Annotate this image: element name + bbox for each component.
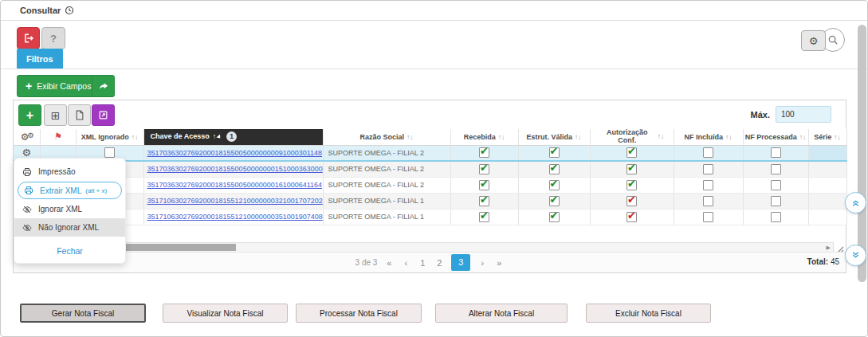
estrut-valida-cell[interactable] [518, 161, 590, 177]
recebida-checkbox[interactable] [479, 212, 489, 222]
scroll-to-bottom-button[interactable] [845, 245, 866, 266]
recebida-cell[interactable] [450, 209, 518, 225]
nf-incluida-checkbox[interactable] [703, 212, 713, 222]
menu-item-ignorar-xml[interactable]: Ignorar XML [14, 200, 125, 218]
recebida-checkbox[interactable] [479, 147, 489, 158]
table-row[interactable]: ⚙ 35171063027692000181551210000000321001… [14, 193, 846, 209]
column-header-legend[interactable]: ⚑ [40, 129, 76, 145]
column-header-settings[interactable]: ⚙⚙ [14, 129, 40, 145]
recebida-checkbox[interactable] [479, 164, 489, 174]
estrut-valida-checkbox[interactable] [549, 147, 560, 158]
scroll-to-top-button[interactable] [845, 192, 866, 214]
nf-processada-cell[interactable] [743, 193, 808, 209]
estrut-valida-cell[interactable] [518, 193, 590, 209]
exibir-campos-button[interactable]: + Exibir Campos [17, 75, 100, 97]
column-header-razao-social[interactable]: Razão Social↑↓ [323, 129, 450, 145]
columns-button[interactable]: ⊞ [44, 104, 67, 126]
scroll-right-icon[interactable]: ▶ [827, 245, 831, 250]
table-row[interactable]: ⚙ 35170363027692000181550050000000091000… [14, 145, 846, 161]
estrut-valida-checkbox[interactable] [549, 180, 560, 190]
nf-processada-checkbox[interactable] [771, 164, 781, 174]
first-page-button[interactable]: « [384, 258, 394, 268]
recebida-cell[interactable] [450, 177, 518, 193]
visualizar-nota-fiscal-button[interactable]: Visualizar Nota Fiscal [163, 304, 288, 323]
help-button[interactable]: ? [41, 27, 65, 49]
next-page-button[interactable]: › [477, 258, 487, 268]
autorizacao-conf-cell[interactable] [590, 145, 674, 161]
chave-de-acesso-link[interactable]: 3517036302769200018155005000000015100036… [147, 165, 323, 173]
chave-de-acesso-link[interactable]: 3517036302769200018155005000000009100030… [147, 149, 323, 157]
nf-incluida-cell[interactable] [674, 177, 743, 193]
autorizacao-conf-checkbox[interactable] [626, 164, 637, 174]
autorizacao-conf-checkbox[interactable] [626, 147, 637, 158]
estrut-valida-cell[interactable] [518, 145, 590, 161]
menu-item-impressao[interactable]: Impressão [14, 163, 125, 181]
page-button-1[interactable]: 1 [418, 258, 427, 268]
nf-incluida-checkbox[interactable] [703, 196, 713, 206]
page-button-3-current[interactable]: 3 [451, 254, 470, 271]
autorizacao-conf-cell[interactable] [590, 161, 674, 177]
nf-processada-checkbox[interactable] [771, 180, 781, 190]
nf-processada-cell[interactable] [743, 177, 808, 193]
autorizacao-conf-checkbox[interactable] [626, 212, 637, 222]
page-button-2[interactable]: 2 [434, 258, 444, 268]
nf-processada-checkbox[interactable] [771, 147, 781, 158]
nf-incluida-cell[interactable] [674, 145, 743, 161]
column-header-autorizacao-conf[interactable]: Autorização Conf.↑↓ [590, 129, 674, 145]
chave-de-acesso-link[interactable]: 3517106302769200018155121000000032100170… [147, 197, 323, 205]
column-header-nf-incluida[interactable]: NF Incluída↑↓ [674, 129, 743, 145]
nf-incluida-checkbox[interactable] [703, 147, 713, 158]
tab-filtros[interactable]: Filtros [17, 49, 63, 69]
prev-page-button[interactable]: ‹ [401, 258, 410, 268]
column-header-nf-processada[interactable]: NF Processada↑↓ [743, 129, 808, 145]
nf-processada-checkbox[interactable] [771, 212, 781, 222]
estrut-valida-cell[interactable] [518, 209, 590, 225]
max-input[interactable] [776, 106, 831, 123]
export-document-button[interactable] [68, 104, 91, 126]
recebida-checkbox[interactable] [479, 196, 489, 206]
nf-processada-cell[interactable] [743, 209, 808, 225]
recebida-checkbox[interactable] [479, 180, 489, 190]
vertical-scrollbar[interactable] [858, 25, 866, 282]
share-button[interactable] [92, 75, 115, 97]
nf-incluida-cell[interactable] [674, 161, 743, 177]
autorizacao-conf-cell[interactable] [590, 209, 674, 225]
last-page-button[interactable]: » [494, 258, 504, 268]
recebida-cell[interactable] [450, 193, 518, 209]
fullscreen-button[interactable] [92, 104, 115, 126]
nf-incluida-checkbox[interactable] [703, 180, 713, 190]
nf-processada-cell[interactable] [743, 161, 808, 177]
processar-nota-fiscal-button[interactable]: Processar Nota Fiscal [296, 304, 422, 323]
menu-item-extrair-xml[interactable]: Extrair XML (alt + x) [18, 182, 122, 199]
nf-incluida-cell[interactable] [674, 193, 743, 209]
column-header-chave-de-acesso[interactable]: Chave de Acesso↑1 [143, 129, 323, 145]
autorizacao-conf-cell[interactable] [590, 193, 674, 209]
autorizacao-conf-cell[interactable] [590, 177, 674, 193]
excluir-nota-fiscal-button[interactable]: Excluir Nota Fiscal [586, 304, 711, 323]
row-gear-icon[interactable]: ⚙ [22, 147, 31, 159]
add-row-button[interactable]: + [18, 104, 41, 126]
chave-de-acesso-link[interactable]: 3517036302769200018155005000000016100064… [147, 181, 323, 189]
column-header-estrut-valida[interactable]: Estrut. Válida↑↓ [518, 129, 590, 145]
nf-processada-cell[interactable] [743, 145, 808, 161]
table-row[interactable]: ⚙ 35170363027692000181550050000000161000… [14, 177, 846, 193]
nf-processada-checkbox[interactable] [771, 196, 781, 206]
nf-incluida-checkbox[interactable] [703, 164, 713, 174]
exit-button[interactable] [17, 27, 40, 49]
column-header-xml-ignorado[interactable]: XML Ignorado↑↓ [76, 129, 143, 145]
chave-de-acesso-link[interactable]: 3517106302769200018155121000000035100190… [147, 213, 323, 221]
nf-incluida-cell[interactable] [674, 209, 743, 225]
menu-item-nao-ignorar-xml[interactable]: Não Ignorar XML [14, 218, 125, 237]
recebida-cell[interactable] [450, 145, 518, 161]
menu-close-button[interactable]: Fechar [14, 241, 125, 261]
column-header-recebida[interactable]: Recebida↑↓ [450, 129, 518, 145]
gerar-nota-fiscal-button[interactable]: Gerar Nota Fiscal [20, 304, 146, 323]
estrut-valida-checkbox[interactable] [549, 196, 560, 206]
table-row[interactable]: ⚙ 35170363027692000181550050000000151000… [14, 161, 846, 177]
estrut-valida-checkbox[interactable] [549, 164, 560, 174]
alterar-nota-fiscal-button[interactable]: Alterar Nota Fiscal [435, 304, 568, 323]
settings-button[interactable]: ⚙ [801, 30, 826, 51]
estrut-valida-cell[interactable] [518, 177, 590, 193]
estrut-valida-checkbox[interactable] [549, 212, 560, 222]
autorizacao-conf-checkbox[interactable] [626, 196, 637, 206]
